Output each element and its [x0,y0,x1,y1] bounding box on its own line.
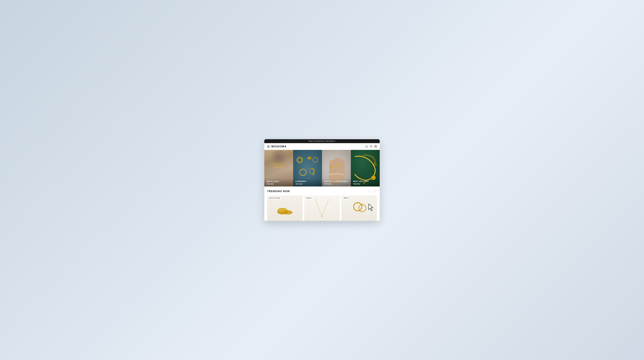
product-image-ring: BACK IN STOCK [267,195,302,221]
earrings-overlay: EARRINGS Shop Now [293,178,322,186]
menu-button[interactable] [267,146,270,147]
brand-logo[interactable]: MISSOMA [271,145,287,148]
svg-point-8 [310,168,315,174]
earrings-title: EARRINGS [296,180,320,182]
pearls-overlay: PEARLS & GEMSTONES Shop Now [322,178,351,186]
trending-prev-button[interactable]: < [368,189,372,193]
browser-window: FREE UK SHIPPING & RETURNS > MISSOMA [264,139,380,221]
nav-icons [365,145,377,148]
announcement-text: FREE UK SHIPPING & RETURNS > [308,140,336,142]
necklaces-shop-now[interactable]: Shop Now [266,183,291,185]
pearls-shop-now[interactable]: Shop Now [324,183,348,185]
category-grid: NECKLACES Shop Now EARRINGS [264,150,380,186]
trending-title: TRENDING NOW [267,190,290,193]
bestsellers-title: BEST SELLERS [353,180,378,182]
product-card-earrings[interactable]: NEW IN [342,195,377,221]
svg-line-1 [367,147,368,147]
svg-point-20 [283,210,292,214]
trending-section: TRENDING NOW < > BACK IN STOCK [264,186,380,221]
category-card-bestsellers[interactable]: BEST SELLERS Shop Now [351,150,380,186]
svg-rect-10 [330,167,334,168]
product-image-necklace: NEW IN [304,195,340,221]
bestsellers-shop-now[interactable]: Shop Now [353,183,378,185]
trending-navigation: < > [368,189,377,193]
svg-point-15 [374,163,376,166]
category-card-necklaces[interactable]: NECKLACES Shop Now [264,150,293,186]
svg-point-0 [366,146,367,147]
necklaces-title: NECKLACES [266,180,291,182]
pearls-title: PEARLS & GEMSTONES [324,180,348,182]
svg-point-23 [354,203,362,211]
product-badge-ring: BACK IN STOCK [268,197,281,199]
product-card-necklace[interactable]: NEW IN [304,195,340,221]
product-card-ring[interactable]: BACK IN STOCK [267,195,302,221]
category-card-earrings[interactable]: EARRINGS Shop Now [293,150,322,186]
earrings-shop-now[interactable]: Shop Now [296,183,320,185]
svg-point-7 [300,169,306,175]
svg-point-6 [313,158,318,162]
cart-icon[interactable] [374,145,377,148]
svg-point-12 [336,164,337,166]
product-badge-earrings: NEW IN [343,197,350,199]
svg-rect-5 [308,157,311,159]
product-image-earrings: NEW IN [342,195,377,221]
svg-point-25 [359,205,366,212]
svg-rect-24 [357,202,358,203]
product-grid: BACK IN STOCK [267,195,377,221]
announcement-bar[interactable]: FREE UK SHIPPING & RETURNS > [264,139,380,143]
svg-point-4 [298,158,302,162]
wishlist-icon[interactable] [370,145,372,148]
svg-point-21 [322,216,322,217]
svg-rect-26 [362,204,363,205]
category-card-pearls[interactable]: PEARLS & GEMSTONES Shop Now [322,150,351,186]
svg-point-9 [312,173,314,175]
search-icon[interactable] [365,145,368,148]
trending-header: TRENDING NOW < > [267,189,377,193]
trending-next-button[interactable]: > [373,189,377,193]
navigation-bar: MISSOMA [264,143,380,150]
nav-left: MISSOMA [267,145,287,148]
bestsellers-overlay: BEST SELLERS Shop Now [351,178,380,186]
necklaces-overlay: NECKLACES Shop Now [264,178,293,186]
